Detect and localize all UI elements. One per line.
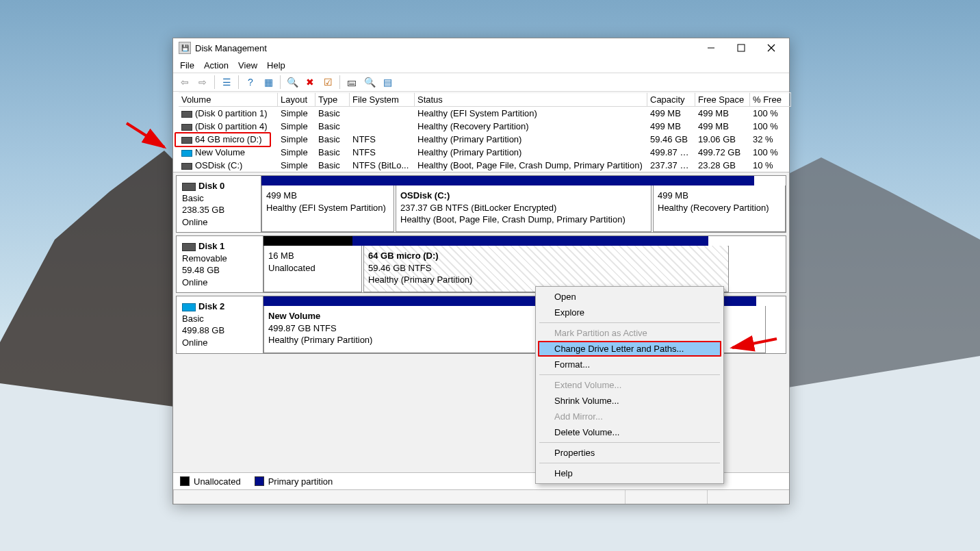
context-item[interactable]: Delete Volume... (538, 424, 721, 440)
disk-label[interactable]: Disk 1Removable59.48 GBOnline (177, 236, 263, 292)
volume-row[interactable]: (Disk 0 partition 4)SimpleBasicHealthy (… (173, 120, 789, 133)
disk-kind: Removable (182, 253, 227, 264)
volume-row[interactable]: 64 GB micro (D:)SimpleBasicNTFSHealthy (… (173, 133, 789, 146)
col-volume[interactable]: Volume (179, 92, 278, 107)
volume-pct: 100 % (750, 108, 791, 118)
delete-button[interactable]: ✖ (302, 75, 318, 90)
disk-label[interactable]: Disk 2Basic499.88 GBOnline (177, 296, 263, 353)
volume-row[interactable]: (Disk 0 partition 1)SimpleBasicHealthy (… (173, 107, 789, 120)
minimize-icon (707, 44, 715, 52)
partition-bar (261, 176, 385, 185)
properties-icon: ▤ (383, 77, 392, 88)
maximize-button[interactable] (726, 38, 756, 57)
partition-box[interactable]: 499 MBHealthy (Recovery Partition) (653, 185, 786, 232)
menu-view[interactable]: View (238, 60, 257, 71)
help-button[interactable]: ? (243, 75, 258, 90)
back-button[interactable]: ⇦ (177, 75, 192, 90)
volume-name: OSDisk (C:) (195, 160, 242, 170)
forward-button[interactable]: ⇨ (195, 75, 210, 90)
context-item[interactable]: Help (538, 465, 721, 481)
volume-pct: 10 % (750, 160, 791, 170)
volume-row[interactable]: New VolumeSimpleBasicNTFSHealthy (Primar… (173, 146, 789, 159)
context-item[interactable]: Shrink Volume... (538, 393, 721, 409)
volume-fs: NTFS (350, 147, 415, 157)
context-item[interactable]: Open (538, 289, 721, 305)
find-button[interactable]: 🔍 (285, 75, 300, 90)
volume-name: 64 GB micro (D:) (195, 134, 262, 144)
legend-unallocated-swatch (180, 476, 190, 486)
volume-cap: 59.46 GB (647, 134, 695, 144)
partition-title: 64 GB micro (D:) (368, 251, 439, 261)
col-layout[interactable]: Layout (278, 92, 315, 107)
volume-icon (181, 137, 192, 144)
statusbar (173, 489, 789, 504)
find-drive-button[interactable]: 🔍 (362, 75, 377, 90)
volume-type: Basic (315, 121, 350, 131)
volume-free: 19.06 GB (695, 134, 750, 144)
context-menu: OpenExploreMark Partition as ActiveChang… (535, 286, 724, 484)
context-item[interactable]: Format... (538, 357, 721, 372)
volume-cap: 499.87 GB (647, 147, 695, 157)
disk-kind: Basic (182, 193, 204, 203)
check-button[interactable]: ☑ (320, 75, 335, 90)
check-icon: ☑ (324, 77, 333, 88)
volume-layout: Simple (278, 147, 315, 157)
properties-button[interactable]: ▤ (380, 75, 395, 90)
context-separator (539, 322, 720, 323)
volume-status: Healthy (Recovery Partition) (415, 121, 647, 131)
menu-file[interactable]: File (180, 60, 194, 71)
col-pctfree[interactable]: % Free (750, 92, 791, 107)
legend-primary-label: Primary partition (268, 476, 333, 487)
disk-name: Disk 0 (198, 181, 224, 191)
col-status[interactable]: Status (415, 92, 647, 107)
volume-type: Basic (315, 108, 350, 118)
volume-pct: 100 % (750, 147, 791, 157)
minimize-button[interactable] (696, 38, 726, 57)
menu-help[interactable]: Help (267, 60, 285, 71)
disk-icon (182, 243, 196, 251)
partition-box[interactable]: 16 MBUnallocated (263, 246, 362, 292)
partition-line1: 499 MB (266, 190, 297, 201)
toolbar: ⇦ ⇨ ☰ ? ▦ 🔍 ✖ ☑ 🖴 🔍 ▤ (173, 73, 789, 92)
volume-cap: 499 MB (647, 108, 695, 118)
titlebar[interactable]: 💾 Disk Management (173, 38, 789, 57)
volume-name: (Disk 0 partition 4) (195, 121, 267, 131)
window-title: Disk Management (195, 43, 267, 53)
partition-line1: 499 MB (658, 190, 688, 201)
partition-title: New Volume (268, 311, 320, 321)
volume-free: 499.72 GB (695, 147, 750, 157)
volume-status: Healthy (Boot, Page File, Crash Dump, Pr… (415, 160, 647, 170)
disk-block: Disk 0Basic238.35 GBOnline499 MBHealthy … (176, 175, 786, 233)
disk-label[interactable]: Disk 0Basic238.35 GBOnline (177, 176, 261, 232)
close-button[interactable] (756, 38, 786, 57)
disk-block: Disk 1Removable59.48 GBOnline16 MBUnallo… (176, 235, 786, 293)
disk-state: Online (182, 277, 208, 287)
svg-rect-4 (738, 44, 745, 51)
context-item[interactable]: Properties (538, 445, 721, 461)
volume-row[interactable]: OSDisk (C:)SimpleBasicNTFS (BitLo...Heal… (173, 159, 789, 172)
settings-button[interactable]: ▦ (261, 75, 276, 90)
col-type[interactable]: Type (315, 92, 350, 107)
col-capacity[interactable]: Capacity (647, 92, 695, 107)
find-drive-icon: 🔍 (364, 77, 376, 88)
search-icon: 🔍 (287, 77, 298, 88)
col-freespace[interactable]: Free Space (695, 92, 750, 107)
volume-list-header: Volume Layout Type File System Status Ca… (173, 92, 789, 107)
volume-list: Volume Layout Type File System Status Ca… (173, 92, 789, 172)
context-separator (539, 374, 720, 375)
drive-button[interactable]: 🖴 (344, 75, 359, 90)
context-item[interactable]: Change Drive Letter and Paths... (538, 341, 721, 357)
context-item[interactable]: Explore (538, 305, 721, 320)
disk-name: Disk 2 (198, 301, 224, 311)
refresh-icon: ☰ (222, 77, 231, 88)
legend-primary-swatch (255, 476, 264, 486)
menu-action[interactable]: Action (204, 60, 229, 71)
partition-box[interactable]: 499 MBHealthy (EFI System Partition) (261, 185, 394, 232)
partition-line2: Unallocated (268, 263, 315, 273)
refresh-button[interactable]: ☰ (219, 75, 234, 90)
partition-bar (631, 176, 754, 185)
partition-bar (352, 236, 708, 246)
disk-kind: Basic (182, 313, 204, 324)
partition-box[interactable]: OSDisk (C:)237.37 GB NTFS (BitLocker Enc… (396, 185, 652, 232)
col-filesystem[interactable]: File System (350, 92, 415, 107)
